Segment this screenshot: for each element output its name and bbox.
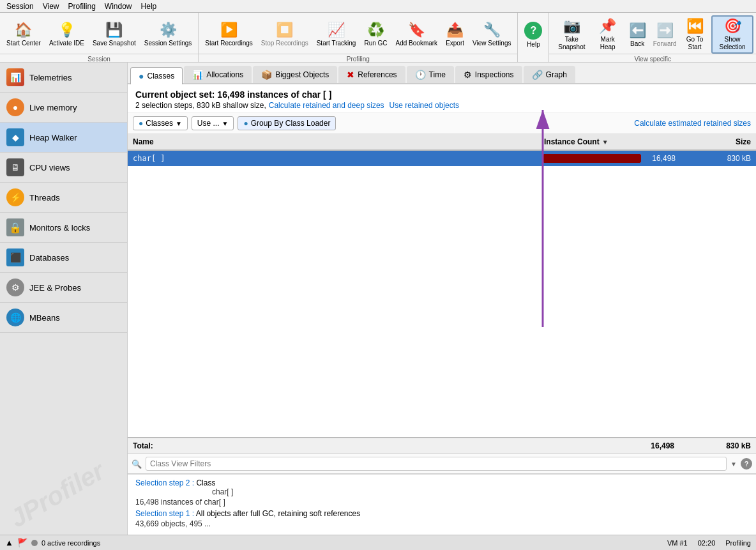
take-snapshot-button[interactable]: 📷 Take Snapshot (552, 15, 591, 54)
tab-time[interactable]: 🕐 Time (407, 66, 454, 83)
step-1-description: All objects after full GC, retaining sof… (196, 509, 360, 518)
help-icon: ? (524, 22, 542, 40)
step-1-link[interactable]: Selection step 1 : (135, 509, 194, 518)
sidebar-item-mbeans[interactable]: 🌐 MBeans (0, 303, 127, 333)
calc-estimated-link[interactable]: Calculate estimated retained sizes (634, 119, 751, 128)
sidebar-item-jee-probes[interactable]: ⚙ JEE & Probes (0, 273, 127, 303)
tab-graph[interactable]: 🔗 Graph (524, 66, 575, 83)
sidebar: 📊 Telemetries ● Live memory ◆ Heap Walke… (0, 63, 128, 535)
export-button[interactable]: 📤 Export (442, 15, 468, 54)
step-2-count: 16,498 instances of char[ ] (135, 498, 748, 507)
menu-help[interactable]: Help (137, 1, 161, 12)
total-label: Total: (128, 441, 539, 450)
menu-view[interactable]: View (39, 1, 63, 12)
save-snapshot-label: Save Snapshot (93, 40, 136, 47)
show-selection-button[interactable]: 🎯 Show Selection (711, 15, 753, 54)
statusbar-up-icon[interactable]: ▲ (5, 538, 13, 547)
classes-dropdown[interactable]: ● Classes ▼ (133, 116, 188, 130)
allocations-tab-icon: 📊 (192, 70, 203, 80)
start-center-button[interactable]: 🏠 Start Center (3, 15, 45, 54)
group-class-loader-btn[interactable]: ● Group By Class Loader (238, 116, 336, 130)
classes-dropdown-label: Classes (146, 119, 173, 128)
view-settings-button[interactable]: 🔧 View Settings (469, 15, 515, 54)
recording-status: 0 active recordings (42, 539, 100, 547)
stop-recordings-button[interactable]: ⏹️ Stop Recordings (257, 15, 312, 54)
statusbar-flag-icon[interactable]: 🚩 (17, 538, 27, 547)
tab-classes[interactable]: ● Classes (130, 67, 183, 84)
cpu-views-label: CPU views (29, 163, 70, 172)
tab-inspections[interactable]: ⚙ Inspections (455, 66, 522, 83)
forward-label: Forward (653, 40, 677, 47)
total-count: 16,498 (539, 441, 679, 450)
help-button[interactable]: ? Help (520, 15, 546, 54)
step-2-type: Class (196, 478, 215, 487)
session-settings-button[interactable]: ⚙️ Session Settings (140, 15, 196, 54)
mark-heap-button[interactable]: 📌 Mark Heap (592, 15, 623, 54)
col-header-name[interactable]: Name (128, 137, 539, 146)
activate-ide-button[interactable]: 💡 Activate IDE (45, 15, 88, 54)
profiling-label: Profiling (725, 539, 751, 547)
use-dropdown-label: Use ... (197, 119, 220, 128)
col-header-size[interactable]: Size (679, 137, 756, 146)
col-header-count[interactable]: Instance Count ▼ (539, 137, 679, 146)
toolbar-group-profiling: ▶️ Start Recordings ⏹️ Stop Recordings 📈… (199, 13, 518, 62)
step-1-count: 43,669 objects, 495 ... (135, 519, 748, 528)
filter-arrow: ▼ (730, 461, 737, 468)
inspections-tab-label: Inspections (475, 70, 514, 79)
biggest-objects-tab-label: Biggest Objects (275, 70, 329, 79)
sidebar-item-cpu-views[interactable]: 🖥 CPU views (0, 153, 127, 183)
start-tracking-button[interactable]: 📈 Start Tracking (313, 15, 360, 54)
start-recordings-label: Start Recordings (205, 40, 252, 47)
step-2-link[interactable]: Selection step 2 : (135, 478, 194, 487)
export-label: Export (446, 40, 464, 47)
total-size: 830 kB (679, 441, 756, 450)
start-center-icon: 🏠 (15, 22, 32, 38)
tab-references[interactable]: ✖ References (338, 66, 405, 83)
table-row[interactable]: char[ ] 16,498 830 kB (128, 151, 756, 166)
save-snapshot-button[interactable]: 💾 Save Snapshot (89, 15, 140, 54)
time-label: 02:20 (698, 539, 716, 547)
monitors-locks-icon: 🔒 (6, 218, 24, 236)
statusbar-right: VM #1 02:20 Profiling (667, 539, 751, 547)
back-button[interactable]: ⬅️ Back (624, 15, 651, 54)
tab-biggest-objects[interactable]: 📦 Biggest Objects (253, 66, 337, 83)
filter-help-btn[interactable]: ? (741, 458, 752, 470)
add-bookmark-icon: 🔖 (408, 22, 425, 38)
sidebar-item-monitors-locks[interactable]: 🔒 Monitors & locks (0, 213, 127, 243)
filter-input[interactable] (146, 457, 727, 471)
count-bar (543, 154, 641, 163)
data-table: Name Instance Count ▼ Size char[ ] 16,49 (128, 134, 756, 454)
time-tab-label: Time (429, 70, 446, 79)
go-to-start-button[interactable]: ⏮️ Go To Start (679, 15, 711, 54)
back-icon: ⬅️ (629, 22, 646, 39)
menu-window[interactable]: Window (101, 1, 136, 12)
run-gc-button[interactable]: ♻️ Run GC (360, 15, 391, 54)
menubar: Session View Profiling Window Help (0, 0, 756, 13)
threads-icon: ⚡ (6, 188, 24, 206)
back-label: Back (630, 40, 644, 47)
view-settings-label: View Settings (472, 40, 511, 47)
sidebar-item-threads[interactable]: ⚡ Threads (0, 183, 127, 213)
start-recordings-button[interactable]: ▶️ Start Recordings (201, 15, 256, 54)
menu-profiling[interactable]: Profiling (64, 1, 100, 12)
telemetries-label: Telemetries (29, 73, 72, 82)
selection-steps: Selection step 2 : Class char[ ] 16,498 … (128, 474, 756, 535)
run-gc-label: Run GC (364, 40, 387, 47)
save-snapshot-icon: 💾 (105, 22, 123, 38)
stop-recordings-label: Stop Recordings (261, 40, 308, 47)
sidebar-item-heap-walker[interactable]: ◆ Heap Walker (0, 123, 127, 153)
sidebar-watermark: JProfiler (0, 447, 125, 535)
forward-button[interactable]: ➡️ Forward (651, 15, 678, 54)
use-retained-link[interactable]: Use retained objects (389, 101, 459, 110)
calc-retained-link[interactable]: Calculate retained and deep sizes (269, 101, 384, 110)
tab-allocations[interactable]: 📊 Allocations (184, 66, 252, 83)
use-dropdown[interactable]: Use ... ▼ (192, 116, 234, 130)
menu-session[interactable]: Session (3, 1, 38, 12)
add-bookmark-button[interactable]: 🔖 Add Bookmark (392, 15, 442, 54)
activate-ide-label: Activate IDE (49, 40, 84, 47)
biggest-objects-tab-icon: 📦 (261, 70, 272, 80)
sidebar-item-databases[interactable]: ⬛ Databases (0, 243, 127, 273)
start-center-label: Start Center (6, 40, 41, 47)
sidebar-item-live-memory[interactable]: ● Live memory (0, 93, 127, 123)
sidebar-item-telemetries[interactable]: 📊 Telemetries (0, 63, 127, 93)
